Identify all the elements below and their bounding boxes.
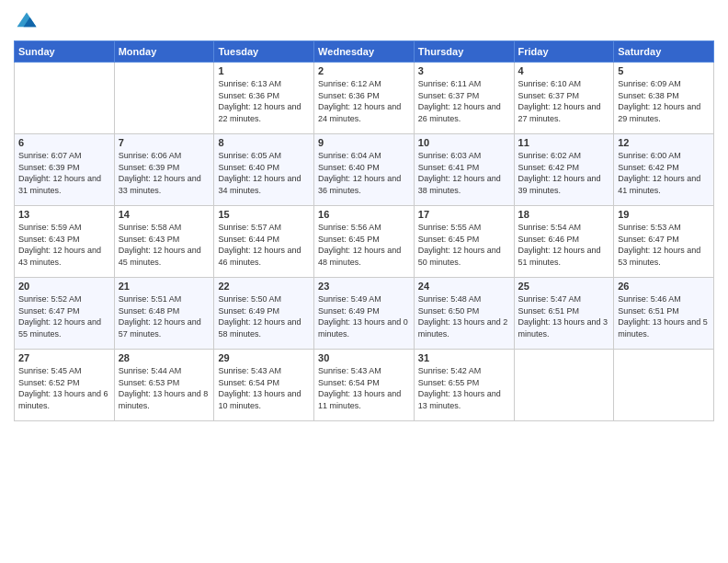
day-info: Sunrise: 5:59 AM Sunset: 6:43 PM Dayligh… [18, 222, 110, 268]
header [14, 9, 714, 35]
day-cell: 14Sunrise: 5:58 AM Sunset: 6:43 PM Dayli… [114, 206, 214, 278]
header-monday: Monday [114, 41, 214, 63]
day-info: Sunrise: 6:10 AM Sunset: 6:37 PM Dayligh… [518, 78, 610, 124]
day-info: Sunrise: 6:11 AM Sunset: 6:37 PM Dayligh… [418, 78, 510, 124]
day-info: Sunrise: 5:51 AM Sunset: 6:48 PM Dayligh… [119, 293, 210, 339]
day-number: 18 [518, 209, 610, 220]
day-number: 2 [318, 65, 410, 76]
day-info: Sunrise: 6:02 AM Sunset: 6:42 PM Dayligh… [518, 150, 610, 196]
day-number: 20 [18, 281, 110, 292]
day-cell: 9Sunrise: 6:04 AM Sunset: 6:40 PM Daylig… [314, 134, 415, 206]
day-number: 14 [119, 209, 210, 220]
day-number: 26 [618, 281, 710, 292]
day-info: Sunrise: 5:49 AM Sunset: 6:49 PM Dayligh… [318, 293, 410, 339]
day-info: Sunrise: 6:12 AM Sunset: 6:36 PM Dayligh… [318, 78, 410, 124]
day-number: 21 [119, 281, 210, 292]
day-number: 22 [218, 281, 310, 292]
day-cell [514, 350, 614, 421]
day-cell: 30Sunrise: 5:43 AM Sunset: 6:54 PM Dayli… [314, 350, 415, 421]
day-number: 12 [618, 137, 710, 148]
day-number: 16 [318, 209, 410, 220]
day-cell: 29Sunrise: 5:43 AM Sunset: 6:54 PM Dayli… [214, 350, 314, 421]
day-number: 1 [218, 65, 310, 76]
day-cell: 20Sunrise: 5:52 AM Sunset: 6:47 PM Dayli… [15, 278, 115, 350]
day-cell [114, 63, 214, 134]
header-wednesday: Wednesday [314, 41, 415, 63]
day-cell: 28Sunrise: 5:44 AM Sunset: 6:53 PM Dayli… [114, 350, 214, 421]
day-number: 7 [119, 137, 210, 148]
day-cell: 12Sunrise: 6:00 AM Sunset: 6:42 PM Dayli… [614, 134, 714, 206]
day-cell: 25Sunrise: 5:47 AM Sunset: 6:51 PM Dayli… [514, 278, 614, 350]
day-info: Sunrise: 5:58 AM Sunset: 6:43 PM Dayligh… [119, 222, 210, 268]
header-saturday: Saturday [614, 41, 714, 63]
day-info: Sunrise: 5:55 AM Sunset: 6:45 PM Dayligh… [418, 222, 510, 268]
day-cell [614, 350, 714, 421]
day-number: 24 [418, 281, 510, 292]
logo [14, 9, 43, 35]
day-cell: 16Sunrise: 5:56 AM Sunset: 6:45 PM Dayli… [314, 206, 415, 278]
day-info: Sunrise: 5:43 AM Sunset: 6:54 PM Dayligh… [218, 365, 310, 411]
day-number: 13 [18, 209, 110, 220]
day-info: Sunrise: 6:05 AM Sunset: 6:40 PM Dayligh… [218, 150, 310, 196]
calendar-body: 1Sunrise: 6:13 AM Sunset: 6:36 PM Daylig… [15, 63, 714, 421]
day-info: Sunrise: 6:04 AM Sunset: 6:40 PM Dayligh… [318, 150, 410, 196]
day-cell [15, 63, 115, 134]
day-info: Sunrise: 6:00 AM Sunset: 6:42 PM Dayligh… [618, 150, 710, 196]
day-cell: 5Sunrise: 6:09 AM Sunset: 6:38 PM Daylig… [614, 63, 714, 134]
logo-icon [14, 9, 40, 35]
day-cell: 7Sunrise: 6:06 AM Sunset: 6:39 PM Daylig… [114, 134, 214, 206]
week-row-2: 13Sunrise: 5:59 AM Sunset: 6:43 PM Dayli… [15, 206, 714, 278]
header-sunday: Sunday [15, 41, 115, 63]
day-cell: 15Sunrise: 5:57 AM Sunset: 6:44 PM Dayli… [214, 206, 314, 278]
day-info: Sunrise: 6:06 AM Sunset: 6:39 PM Dayligh… [119, 150, 210, 196]
week-row-4: 27Sunrise: 5:45 AM Sunset: 6:52 PM Dayli… [15, 350, 714, 421]
day-info: Sunrise: 5:44 AM Sunset: 6:53 PM Dayligh… [119, 365, 210, 411]
calendar-header: SundayMondayTuesdayWednesdayThursdayFrid… [15, 41, 714, 63]
day-info: Sunrise: 6:09 AM Sunset: 6:38 PM Dayligh… [618, 78, 710, 124]
day-cell: 31Sunrise: 5:42 AM Sunset: 6:55 PM Dayli… [414, 350, 514, 421]
day-number: 17 [418, 209, 510, 220]
week-row-0: 1Sunrise: 6:13 AM Sunset: 6:36 PM Daylig… [15, 63, 714, 134]
day-info: Sunrise: 5:42 AM Sunset: 6:55 PM Dayligh… [418, 365, 510, 411]
day-info: Sunrise: 5:45 AM Sunset: 6:52 PM Dayligh… [18, 365, 110, 411]
day-cell: 3Sunrise: 6:11 AM Sunset: 6:37 PM Daylig… [414, 63, 514, 134]
day-info: Sunrise: 5:57 AM Sunset: 6:44 PM Dayligh… [218, 222, 310, 268]
day-info: Sunrise: 6:03 AM Sunset: 6:41 PM Dayligh… [418, 150, 510, 196]
day-info: Sunrise: 5:52 AM Sunset: 6:47 PM Dayligh… [18, 293, 110, 339]
day-info: Sunrise: 5:56 AM Sunset: 6:45 PM Dayligh… [318, 222, 410, 268]
day-cell: 1Sunrise: 6:13 AM Sunset: 6:36 PM Daylig… [214, 63, 314, 134]
header-friday: Friday [514, 41, 614, 63]
header-thursday: Thursday [414, 41, 514, 63]
day-cell: 4Sunrise: 6:10 AM Sunset: 6:37 PM Daylig… [514, 63, 614, 134]
day-cell: 23Sunrise: 5:49 AM Sunset: 6:49 PM Dayli… [314, 278, 415, 350]
day-cell: 6Sunrise: 6:07 AM Sunset: 6:39 PM Daylig… [15, 134, 115, 206]
day-cell: 26Sunrise: 5:46 AM Sunset: 6:51 PM Dayli… [614, 278, 714, 350]
day-number: 4 [518, 65, 610, 76]
week-row-1: 6Sunrise: 6:07 AM Sunset: 6:39 PM Daylig… [15, 134, 714, 206]
day-number: 23 [318, 281, 410, 292]
week-row-3: 20Sunrise: 5:52 AM Sunset: 6:47 PM Dayli… [15, 278, 714, 350]
day-cell: 24Sunrise: 5:48 AM Sunset: 6:50 PM Dayli… [414, 278, 514, 350]
day-number: 6 [18, 137, 110, 148]
day-number: 9 [318, 137, 410, 148]
day-cell: 2Sunrise: 6:12 AM Sunset: 6:36 PM Daylig… [314, 63, 415, 134]
day-number: 10 [418, 137, 510, 148]
day-cell: 13Sunrise: 5:59 AM Sunset: 6:43 PM Dayli… [15, 206, 115, 278]
day-cell: 27Sunrise: 5:45 AM Sunset: 6:52 PM Dayli… [15, 350, 115, 421]
day-number: 25 [518, 281, 610, 292]
day-number: 3 [418, 65, 510, 76]
day-cell: 21Sunrise: 5:51 AM Sunset: 6:48 PM Dayli… [114, 278, 214, 350]
day-info: Sunrise: 5:43 AM Sunset: 6:54 PM Dayligh… [318, 365, 410, 411]
day-cell: 17Sunrise: 5:55 AM Sunset: 6:45 PM Dayli… [414, 206, 514, 278]
day-cell: 8Sunrise: 6:05 AM Sunset: 6:40 PM Daylig… [214, 134, 314, 206]
day-info: Sunrise: 5:54 AM Sunset: 6:46 PM Dayligh… [518, 222, 610, 268]
day-number: 28 [119, 352, 210, 363]
day-cell: 11Sunrise: 6:02 AM Sunset: 6:42 PM Dayli… [514, 134, 614, 206]
header-tuesday: Tuesday [214, 41, 314, 63]
header-row: SundayMondayTuesdayWednesdayThursdayFrid… [15, 41, 714, 63]
day-number: 8 [218, 137, 310, 148]
day-number: 11 [518, 137, 610, 148]
page: SundayMondayTuesdayWednesdayThursdayFrid… [0, 0, 728, 563]
day-number: 29 [218, 352, 310, 363]
day-number: 31 [418, 352, 510, 363]
